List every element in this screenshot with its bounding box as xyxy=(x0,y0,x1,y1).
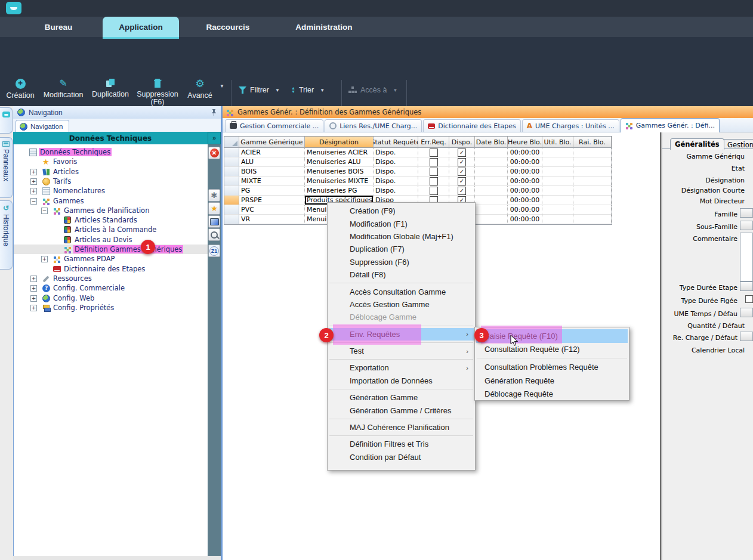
table-cell[interactable]: Dispo. xyxy=(374,167,418,177)
app-logo-icon[interactable] xyxy=(6,2,21,14)
monitor-button[interactable] xyxy=(208,215,220,228)
tree-item[interactable]: Données Techniques xyxy=(14,147,208,157)
table-cell[interactable]: 00:00:00 xyxy=(508,157,542,167)
menu-tab-raccourcis[interactable]: Raccourcis xyxy=(192,17,264,37)
table-cell[interactable] xyxy=(573,148,612,157)
tree-expander-icon[interactable]: + xyxy=(30,295,37,302)
grid-column-header[interactable]: Util. Blo. xyxy=(542,137,573,148)
tree-expander-icon[interactable]: − xyxy=(41,208,48,214)
row-selector[interactable] xyxy=(224,186,239,196)
tree-item[interactable]: Définition Gammes Génériques xyxy=(14,245,208,254)
search-button[interactable] xyxy=(208,228,220,241)
table-cell[interactable]: ALU xyxy=(239,157,305,167)
table-cell[interactable] xyxy=(573,167,612,177)
doc-tab-liens-res[interactable]: Liens Res./UME Charg... xyxy=(325,119,422,132)
table-cell[interactable]: Menuiseries ALU xyxy=(305,157,374,167)
grid-column-header[interactable]: Gamme Générique xyxy=(239,137,305,148)
table-cell[interactable] xyxy=(475,196,508,205)
context-menu-item[interactable]: Test› xyxy=(329,345,474,357)
doc-tab-ume-charges[interactable]: AUME Charges : Unités ... xyxy=(522,119,619,132)
tree-expander-icon[interactable]: + xyxy=(41,256,48,262)
dock-mini-tab[interactable] xyxy=(0,107,13,134)
checkbox-icon[interactable] xyxy=(430,168,438,176)
pin-icon[interactable] xyxy=(211,109,217,118)
table-cell[interactable] xyxy=(542,177,573,186)
row-selector[interactable] xyxy=(224,167,239,177)
field-control[interactable] xyxy=(745,295,753,303)
menu-tab-administration[interactable]: Administration xyxy=(279,17,369,37)
table-cell[interactable]: ✓ xyxy=(449,157,475,167)
table-cell[interactable]: PG xyxy=(239,186,305,196)
row-selector[interactable] xyxy=(224,157,239,167)
checkbox-icon[interactable] xyxy=(430,148,438,157)
tree-item[interactable]: Articles Standards xyxy=(14,215,208,225)
table-cell[interactable] xyxy=(573,157,612,167)
table-cell[interactable] xyxy=(542,186,573,196)
doc-tab-gestion-commerciale[interactable]: Gestion Commerciale ... xyxy=(225,119,323,132)
tree-expander-icon[interactable]: + xyxy=(30,285,37,292)
wheel-button[interactable]: ✱ xyxy=(208,189,220,202)
submenu-item[interactable]: Génération Requête xyxy=(476,374,628,388)
grid-column-header[interactable]: Désignation xyxy=(305,137,374,148)
grid-column-header[interactable]: Heure Blo. xyxy=(508,137,542,148)
table-cell[interactable]: 00:00:00 xyxy=(508,177,542,186)
grid-column-header[interactable]: Statut Requête xyxy=(374,137,418,148)
modification-button[interactable]: ✎ Modification xyxy=(39,79,87,99)
table-cell[interactable]: Dispo. xyxy=(374,186,418,196)
field-control[interactable] xyxy=(740,281,753,291)
table-cell[interactable] xyxy=(475,215,508,224)
table-cell[interactable] xyxy=(418,177,449,186)
menu-tab-bureau[interactable]: Bureau xyxy=(29,17,88,37)
table-cell[interactable] xyxy=(475,205,508,215)
tree-item[interactable]: −Gammes de Planification xyxy=(14,206,208,215)
checkbox-checked-icon[interactable]: ✓ xyxy=(458,148,466,157)
submenu-item[interactable]: Déblocage Requête xyxy=(476,387,628,401)
table-cell[interactable]: Dispo. xyxy=(374,177,418,186)
doc-tab-dictionnaire-etapes[interactable]: Dictionnaire des Etapes xyxy=(423,119,520,132)
duplication-button[interactable]: Duplication xyxy=(87,79,134,98)
field-control[interactable] xyxy=(740,208,753,218)
context-menu-item[interactable]: Importation de Données xyxy=(329,375,474,387)
table-cell[interactable] xyxy=(475,148,508,157)
tree-expander-icon[interactable]: − xyxy=(30,198,37,205)
grid-column-header[interactable]: Rai. Blo. xyxy=(573,137,612,148)
table-cell[interactable] xyxy=(542,157,573,167)
table-cell[interactable]: 00:00:00 xyxy=(508,215,542,224)
favorite-button[interactable]: ★ xyxy=(208,202,220,215)
context-menu-item[interactable]: Exportation› xyxy=(329,361,474,374)
grid-column-header[interactable]: Dispo. xyxy=(449,137,475,148)
table-cell[interactable]: ✓ xyxy=(449,167,475,177)
table-cell[interactable] xyxy=(542,205,573,215)
tree-item[interactable]: +Tarifs xyxy=(14,177,208,186)
table-row[interactable]: ALUMenuiseries ALUDispo.✓00:00:00 xyxy=(224,157,612,167)
table-cell[interactable] xyxy=(418,157,449,167)
checkbox-checked-icon[interactable]: ✓ xyxy=(458,168,466,176)
field-control[interactable] xyxy=(740,332,753,341)
acces-a-button[interactable]: Accès à ▼ xyxy=(348,82,397,98)
table-cell[interactable] xyxy=(573,205,612,215)
row-selector[interactable] xyxy=(224,196,239,205)
checkbox-icon[interactable] xyxy=(430,158,438,166)
context-menu-item[interactable]: Suppression (F6) xyxy=(329,256,474,268)
tree-item[interactable]: ★Favoris xyxy=(14,157,208,166)
table-cell[interactable] xyxy=(542,196,573,205)
tree-item[interactable]: +Articles xyxy=(14,167,208,177)
context-menu-item[interactable]: Génération Gamme xyxy=(329,391,474,404)
dock-tab-panneaux[interactable]: Panneaux xyxy=(0,137,13,198)
table-cell[interactable]: ✓ xyxy=(449,177,475,186)
row-selector[interactable] xyxy=(224,177,239,186)
table-cell[interactable]: Dispo. xyxy=(374,148,418,157)
tree-item[interactable]: +Ressources xyxy=(14,274,208,283)
row-selector[interactable] xyxy=(224,148,239,157)
table-cell[interactable] xyxy=(475,157,508,167)
tree-expander-icon[interactable]: + xyxy=(30,169,37,175)
field-control[interactable] xyxy=(740,233,753,281)
tree-item[interactable]: +?Config. Commerciale xyxy=(14,283,208,293)
field-control[interactable] xyxy=(740,221,753,230)
table-cell[interactable] xyxy=(475,177,508,186)
table-cell[interactable] xyxy=(573,186,612,196)
context-menu-item[interactable]: Duplication (F7) xyxy=(329,243,474,255)
context-menu-item[interactable]: Accès Consultation Gamme xyxy=(329,285,474,298)
checkbox-checked-icon[interactable]: ✓ xyxy=(458,177,466,185)
menu-tab-application[interactable]: Application xyxy=(103,17,179,37)
